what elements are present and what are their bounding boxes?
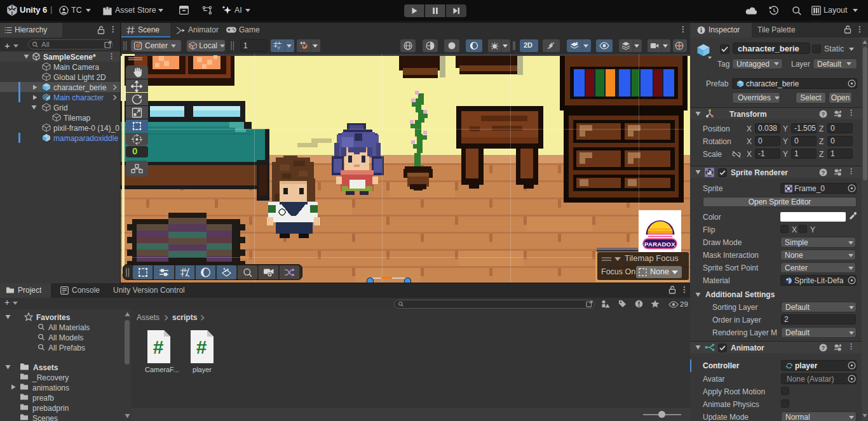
svg-text:#: # [153, 337, 164, 358]
svg-text:?: ? [822, 111, 825, 117]
svg-text:?: ? [822, 170, 825, 176]
svg-text:Y: Y [277, 45, 281, 50]
svg-text:?: ? [822, 345, 825, 351]
svg-text:#: # [196, 337, 207, 358]
svg-text:PARADOX: PARADOX [644, 241, 675, 248]
